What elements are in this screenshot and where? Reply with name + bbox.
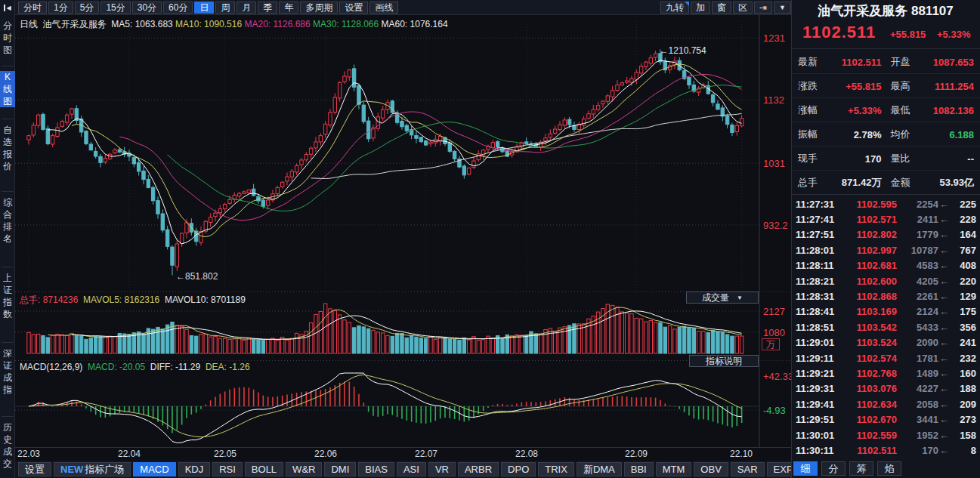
arrow-to-bar-icon[interactable]: ⇥: [754, 2, 772, 14]
period-button-周[interactable]: 周: [215, 2, 235, 14]
period-button-季[interactable]: 季: [258, 2, 277, 14]
tick-row: 11:28:411103.1692124←175: [792, 304, 980, 319]
period-button-分时[interactable]: 分时: [18, 2, 47, 14]
tool-button-区[interactable]: 区: [733, 2, 753, 14]
indicator-button-VR[interactable]: VR: [428, 462, 456, 476]
indicator-plaza-button[interactable]: NEW指标广场: [54, 462, 131, 476]
tab-minute[interactable]: 分: [821, 461, 846, 476]
sidebar-item-intraday-chart[interactable]: 分时图: [0, 20, 15, 56]
tab-flame[interactable]: 焰: [877, 461, 901, 476]
period-button-多周期[interactable]: 多周期: [300, 2, 338, 14]
volume-header: 总手: 8714236 MAVOL5: 8162316 MAVOL10: 870…: [20, 294, 246, 307]
tick-time: 11:28:51: [796, 322, 842, 333]
sidebar-separator: [2, 416, 14, 417]
svg-text:1231: 1231: [763, 32, 785, 44]
indicator-button-BIAS[interactable]: BIAS: [358, 462, 394, 476]
sidebar-item-kline-chart[interactable]: K线图: [0, 71, 15, 107]
tool-button-窗[interactable]: 窗: [712, 2, 731, 14]
svg-text:1132: 1132: [763, 94, 784, 106]
tick-time: 11:29:01: [796, 337, 842, 348]
period-button-画线[interactable]: 画线: [369, 2, 398, 14]
tick-count: 225: [951, 199, 976, 210]
tab-chips[interactable]: 筹: [849, 461, 873, 476]
tick-volume: 2058: [897, 399, 938, 410]
tool-button-九转[interactable]: 九转: [660, 2, 689, 14]
indicator-button-BBI[interactable]: BBI: [624, 462, 654, 476]
chart-settings-button[interactable]: 设置: [18, 462, 51, 476]
tick-volume: 2411: [897, 214, 938, 225]
toolbar-dropdown-icon[interactable]: ▼: [774, 2, 791, 14]
tick-time: 11:28:41: [796, 306, 842, 317]
tick-price: 1102.868: [842, 291, 897, 302]
indicator-button-MACD[interactable]: MACD: [133, 462, 175, 476]
tick-count: 356: [951, 322, 976, 333]
indicator-button-DPO[interactable]: DPO: [501, 462, 536, 476]
indicator-button-KDJ[interactable]: KDJ: [178, 462, 211, 476]
tick-volume: 1781: [897, 353, 938, 364]
sidebar-item-shanghai-index[interactable]: 上证指数: [0, 272, 15, 320]
quote-label: 均价: [891, 128, 923, 141]
quote-label: 开盘: [891, 55, 923, 69]
indicator-button-TRIX[interactable]: TRIX: [538, 462, 574, 476]
tick-time: 11:30:11: [796, 445, 842, 456]
quote-value: --: [923, 153, 975, 165]
period-button-5分[interactable]: 5分: [75, 2, 100, 14]
sidebar-item-watchlist-quotes[interactable]: 自选报价: [0, 124, 15, 172]
sidebar-item-shenzhen-index[interactable]: 深证成指: [0, 347, 15, 396]
indicator-button-新DMA[interactable]: 新DMA: [577, 462, 622, 476]
quote-label: 最高: [891, 79, 923, 93]
indicator-info-button[interactable]: 指标说明: [689, 355, 759, 367]
tab-tick-detail[interactable]: 细: [793, 461, 818, 476]
left-sidebar: ◀ 分时图K线图自选报价综合排名上证指数深证成指历史成交: [0, 0, 15, 478]
volume-total: 总手: 8714236: [20, 295, 78, 305]
tick-row: 11:27:311102.5952254←225: [792, 196, 980, 211]
sidebar-item-history-trades[interactable]: 历史成交: [0, 421, 15, 470]
indicator-button-DMI[interactable]: DMI: [324, 462, 356, 476]
quote-row: 振幅2.78%均价6.188: [792, 122, 980, 146]
collapse-sidebar-icon[interactable]: ◀: [0, 0, 15, 15]
period-button-设置[interactable]: 设置: [339, 2, 368, 14]
ma-legend-item: MA30: 1128.066: [313, 19, 382, 29]
indicator-button-MTM[interactable]: MTM: [656, 462, 692, 476]
tick-count: 767: [951, 245, 976, 256]
tick-volume: 2261: [897, 291, 938, 302]
tick-row: 11:28:211102.6004205←220: [792, 273, 980, 288]
tick-price: 1102.511: [842, 445, 897, 456]
chart-header: 日线 油气开采及服务 MA5: 1063.683 MA10: 1090.516 …: [20, 18, 448, 31]
left-arrow-icon: ←: [939, 306, 949, 317]
mavol10-value: MAVOL10: 8701189: [165, 295, 246, 305]
indicator-toolbar: 设置NEW指标广场MACDKDJRSIBOLLW&RDMIBIASASIVRAR…: [15, 461, 791, 478]
kline-chart[interactable]: 123111321031932.2←1210.754←851.802212710…: [15, 15, 791, 448]
sidebar-separator: [2, 191, 14, 192]
quote-value: 871.42万: [830, 176, 882, 190]
indicator-button-OBV[interactable]: OBV: [694, 462, 728, 476]
tick-time: 11:27:41: [796, 214, 842, 225]
period-button-年[interactable]: 年: [279, 2, 298, 14]
sidebar-separator: [2, 119, 14, 119]
sidebar-item-composite-ranking[interactable]: 综合排名: [0, 196, 15, 245]
period-button-30分[interactable]: 30分: [132, 2, 162, 14]
tick-time: 11:27:51: [796, 229, 842, 240]
period-button-1分[interactable]: 1分: [48, 2, 73, 14]
tick-price: 1102.997: [842, 245, 897, 256]
period-button-60分[interactable]: 60分: [163, 2, 193, 14]
left-arrow-icon: ←: [939, 322, 949, 333]
indicator-button-BOLL[interactable]: BOLL: [245, 462, 283, 476]
period-button-月[interactable]: 月: [236, 2, 256, 14]
indicator-button-W&R[interactable]: W&R: [286, 462, 322, 476]
quote-label: 涨幅: [798, 103, 830, 117]
x-axis-label: 22.09: [625, 449, 648, 459]
period-button-日[interactable]: 日: [194, 2, 214, 14]
period-button-15分[interactable]: 15分: [100, 2, 130, 14]
indicator-button-ASI[interactable]: ASI: [397, 462, 426, 476]
indicator-button-ARBR[interactable]: ARBR: [458, 462, 499, 476]
tool-button-加[interactable]: 加: [691, 2, 710, 14]
x-axis-label: 22.07: [415, 449, 437, 459]
quote-label: 现手: [798, 152, 830, 165]
indicator-button-RSI[interactable]: RSI: [212, 462, 243, 476]
tick-time: 11:28:21: [796, 276, 842, 287]
volume-type-label: 成交量: [702, 291, 729, 304]
indicator-button-SAR[interactable]: SAR: [731, 462, 765, 476]
volume-type-dropdown[interactable]: 成交量 ▼: [686, 291, 759, 304]
security-name: 油气开采及服务: [43, 19, 107, 29]
